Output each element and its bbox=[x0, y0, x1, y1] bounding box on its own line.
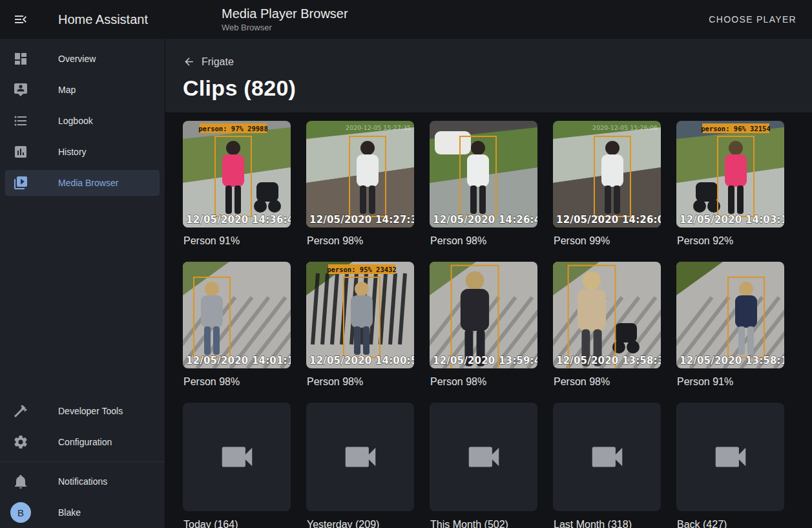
folder-thumbnail bbox=[183, 403, 291, 511]
svg-text:person: 95% 23432: person: 95% 23432 bbox=[327, 266, 396, 273]
page-title-block: Media Player Browser Web Browser bbox=[165, 6, 348, 33]
svg-text:12/05/2020 13:59:49: 12/05/2020 13:59:49 bbox=[433, 355, 537, 366]
sidebar-item-label: Overview bbox=[58, 54, 96, 64]
clip-thumbnail: person: 96% 3215412/05/2020 14:03:17 bbox=[676, 121, 784, 227]
clip-card[interactable]: person: 95% 2343212/05/2020 14:00:52 Per… bbox=[306, 262, 414, 403]
sidebar-item-map[interactable]: Map bbox=[5, 77, 160, 103]
clip-thumbnail: 12/05/2020 13:59:49 bbox=[430, 262, 537, 368]
tooltip-account-icon bbox=[13, 82, 28, 98]
avatar: B bbox=[10, 502, 31, 523]
sidebar-divider bbox=[0, 461, 165, 462]
clips-grid: person: 97% 2998812/05/2020 14:36:47 Per… bbox=[183, 121, 812, 528]
clip-thumbnail: person: 97% 2998812/05/2020 14:36:47 bbox=[183, 121, 291, 227]
folder-label: Last Month (318) bbox=[554, 518, 661, 528]
folder-label: Back (427) bbox=[677, 518, 784, 528]
clip-card[interactable]: 12/05/2020 13:58:30 Person 98% bbox=[553, 262, 661, 403]
clip-caption: Person 98% bbox=[307, 375, 414, 389]
clip-thumbnail: 12/05/2020 13:58:17 bbox=[676, 262, 784, 368]
folder-label: Yesterday (209) bbox=[307, 518, 414, 528]
clip-card[interactable]: 12/05/2020 13:59:49 Person 98% bbox=[430, 262, 537, 403]
sidebar-item-configuration[interactable]: Configuration bbox=[5, 429, 160, 455]
sidebar-item-developer-tools[interactable]: Developer Tools bbox=[5, 398, 160, 424]
arrow-left-icon bbox=[183, 56, 195, 68]
folder-card[interactable]: Today (164) bbox=[183, 403, 291, 528]
clip-card[interactable]: 12/05/2020 14:01:14 Person 98% bbox=[183, 262, 291, 403]
bell-icon bbox=[13, 474, 28, 489]
clip-caption: Person 98% bbox=[183, 375, 291, 389]
clip-card[interactable]: person: 96% 3215412/05/2020 14:03:17 Per… bbox=[676, 121, 784, 262]
clip-card[interactable]: 2020-12-05 15:27:3512/05/2020 14:27:35 P… bbox=[306, 121, 414, 262]
svg-text:2020-12-05 15:27:35: 2020-12-05 15:27:35 bbox=[346, 124, 411, 131]
sidebar-item-logbook[interactable]: Logbook bbox=[5, 108, 160, 134]
svg-text:12/05/2020 14:27:35: 12/05/2020 14:27:35 bbox=[309, 214, 414, 226]
folder-thumbnail bbox=[306, 403, 414, 511]
sidebar-item-profile[interactable]: B Blake bbox=[5, 500, 160, 525]
sidebar-item-label: Logbook bbox=[58, 116, 93, 126]
play-box-multiple-icon bbox=[13, 175, 28, 191]
folder-card[interactable]: Last Month (318) bbox=[553, 403, 661, 528]
svg-text:12/05/2020 14:26:07: 12/05/2020 14:26:07 bbox=[556, 214, 661, 226]
sidebar-item-notifications[interactable]: Notifications bbox=[5, 469, 160, 494]
svg-text:12/05/2020 14:36:47: 12/05/2020 14:36:47 bbox=[186, 214, 291, 226]
clip-thumbnail: person: 95% 2343212/05/2020 14:00:52 bbox=[306, 262, 414, 368]
clip-caption: Person 98% bbox=[554, 375, 661, 389]
folder-card[interactable]: This Month (502) bbox=[430, 403, 537, 528]
svg-text:2020-12-05 15:26:06: 2020-12-05 15:26:06 bbox=[592, 124, 658, 131]
svg-text:person: 97% 29988: person: 97% 29988 bbox=[198, 125, 267, 132]
svg-text:person: 96% 32154: person: 96% 32154 bbox=[701, 125, 770, 132]
topbar-left: Home Assistant bbox=[0, 4, 165, 35]
folder-card[interactable]: Back (427) bbox=[676, 403, 784, 528]
folder-thumbnail bbox=[430, 403, 537, 511]
clip-caption: Person 91% bbox=[183, 234, 291, 248]
video-camera-icon bbox=[587, 437, 627, 477]
sidebar-spacer bbox=[0, 198, 165, 396]
clip-thumbnail: 2020-12-05 15:27:3512/05/2020 14:27:35 bbox=[306, 121, 414, 227]
clip-caption: Person 91% bbox=[677, 375, 784, 389]
video-camera-icon bbox=[340, 437, 380, 477]
clips-grid-area: person: 97% 2998812/05/2020 14:36:47 Per… bbox=[165, 112, 812, 528]
media-browser-content: Frigate Clips (820) person: 97% 2998812/… bbox=[165, 39, 812, 528]
folder-card[interactable]: Yesterday (209) bbox=[306, 403, 414, 528]
svg-text:12/05/2020 13:58:17: 12/05/2020 13:58:17 bbox=[680, 355, 784, 366]
clip-caption: Person 99% bbox=[554, 234, 661, 248]
sidebar-item-history[interactable]: History bbox=[5, 139, 160, 165]
chart-box-icon bbox=[13, 144, 28, 160]
menu-open-icon[interactable] bbox=[5, 4, 36, 35]
app-title: Home Assistant bbox=[58, 12, 148, 27]
sidebar-item-overview[interactable]: Overview bbox=[5, 46, 160, 72]
gear-icon bbox=[13, 434, 28, 450]
folder-label: This Month (502) bbox=[430, 518, 537, 528]
sidebar-item-label: Map bbox=[58, 85, 76, 95]
svg-text:12/05/2020 14:01:14: 12/05/2020 14:01:14 bbox=[186, 355, 291, 366]
sidebar-item-label: Developer Tools bbox=[58, 406, 123, 416]
clip-card[interactable]: 12/05/2020 13:58:17 Person 91% bbox=[676, 262, 784, 403]
clip-caption: Person 98% bbox=[307, 234, 414, 248]
clip-thumbnail: 12/05/2020 14:26:46 bbox=[430, 121, 537, 227]
clip-card[interactable]: 12/05/2020 14:26:46 Person 98% bbox=[430, 121, 537, 262]
clip-thumbnail: 2020-12-05 15:26:0612/05/2020 14:26:07 bbox=[553, 121, 661, 227]
sidebar-item-label: Notifications bbox=[58, 476, 107, 487]
clip-card[interactable]: 2020-12-05 15:26:0612/05/2020 14:26:07 P… bbox=[553, 121, 661, 262]
folder-label: Today (164) bbox=[183, 518, 291, 528]
sidebar-item-media-browser[interactable]: Media Browser bbox=[5, 170, 160, 196]
sidebar-item-label: Configuration bbox=[58, 437, 112, 447]
svg-text:12/05/2020 14:26:46: 12/05/2020 14:26:46 bbox=[433, 214, 537, 226]
top-app-bar: Home Assistant Media Player Browser Web … bbox=[0, 0, 812, 39]
breadcrumb-back[interactable]: Frigate bbox=[183, 56, 234, 68]
view-dashboard-icon bbox=[13, 51, 28, 67]
hammer-icon bbox=[13, 403, 28, 419]
page-heading: Clips (820) bbox=[183, 76, 796, 101]
folder-thumbnail bbox=[676, 403, 784, 511]
choose-player-button[interactable]: CHOOSE PLAYER bbox=[703, 9, 802, 30]
sidebar-item-label: Blake bbox=[58, 507, 81, 518]
page-subtitle: Web Browser bbox=[222, 23, 348, 33]
clip-card[interactable]: person: 97% 2998812/05/2020 14:36:47 Per… bbox=[183, 121, 291, 262]
sidebar-item-label: Media Browser bbox=[58, 178, 118, 188]
video-camera-icon bbox=[217, 437, 257, 477]
svg-text:12/05/2020 14:00:52: 12/05/2020 14:00:52 bbox=[309, 355, 414, 366]
content-header: Frigate Clips (820) bbox=[165, 39, 812, 112]
clip-caption: Person 92% bbox=[677, 234, 784, 248]
folder-thumbnail bbox=[553, 403, 661, 511]
sidebar: Overview Map Logbook History Media Brows… bbox=[0, 39, 165, 528]
format-list-icon bbox=[13, 113, 28, 129]
